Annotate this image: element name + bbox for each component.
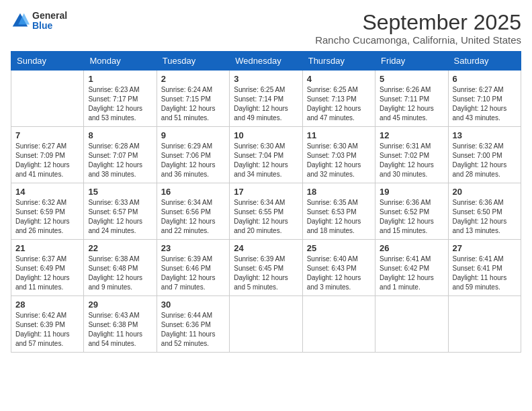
day-info: Sunrise: 6:31 AM Sunset: 7:02 PM Dayligh… xyxy=(380,142,443,179)
day-info: Sunrise: 6:30 AM Sunset: 7:03 PM Dayligh… xyxy=(307,142,371,179)
day-number: 10 xyxy=(234,130,298,140)
day-number: 24 xyxy=(234,243,298,253)
logo: General Blue xyxy=(11,11,67,32)
title-section: September 2025 Rancho Cucamonga, Califor… xyxy=(315,11,521,46)
calendar-cell: 11Sunrise: 6:30 AM Sunset: 7:03 PM Dayli… xyxy=(302,127,375,183)
calendar-cell: 5Sunrise: 6:26 AM Sunset: 7:11 PM Daylig… xyxy=(375,71,448,127)
day-info: Sunrise: 6:34 AM Sunset: 6:55 PM Dayligh… xyxy=(234,198,298,236)
calendar-cell: 21Sunrise: 6:37 AM Sunset: 6:49 PM Dayli… xyxy=(11,240,84,296)
day-info: Sunrise: 6:24 AM Sunset: 7:15 PM Dayligh… xyxy=(161,85,225,123)
calendar-cell: 12Sunrise: 6:31 AM Sunset: 7:02 PM Dayli… xyxy=(375,127,448,183)
day-number: 4 xyxy=(307,74,371,84)
logo-icon xyxy=(11,11,30,30)
day-info: Sunrise: 6:41 AM Sunset: 6:42 PM Dayligh… xyxy=(380,255,443,292)
calendar-cell xyxy=(448,296,521,353)
calendar-cell: 27Sunrise: 6:41 AM Sunset: 6:41 PM Dayli… xyxy=(448,240,521,296)
calendar-cell: 9Sunrise: 6:29 AM Sunset: 7:06 PM Daylig… xyxy=(157,127,229,183)
calendar-cell: 7Sunrise: 6:27 AM Sunset: 7:09 PM Daylig… xyxy=(11,127,84,183)
calendar-cell: 23Sunrise: 6:39 AM Sunset: 6:46 PM Dayli… xyxy=(157,240,229,296)
day-info: Sunrise: 6:37 AM Sunset: 6:49 PM Dayligh… xyxy=(15,255,79,292)
calendar-cell xyxy=(302,296,375,353)
calendar-cell: 8Sunrise: 6:28 AM Sunset: 7:07 PM Daylig… xyxy=(84,127,157,183)
calendar-cell: 28Sunrise: 6:42 AM Sunset: 6:39 PM Dayli… xyxy=(11,296,84,353)
logo-blue-text: Blue xyxy=(32,21,67,31)
day-number: 27 xyxy=(453,243,517,253)
day-info: Sunrise: 6:44 AM Sunset: 6:36 PM Dayligh… xyxy=(161,311,225,349)
day-number: 1 xyxy=(88,74,152,84)
day-info: Sunrise: 6:25 AM Sunset: 7:13 PM Dayligh… xyxy=(307,85,371,123)
weekday-header-thursday: Thursday xyxy=(302,52,375,71)
calendar-cell: 13Sunrise: 6:32 AM Sunset: 7:00 PM Dayli… xyxy=(448,127,521,183)
calendar-week-row: 7Sunrise: 6:27 AM Sunset: 7:09 PM Daylig… xyxy=(11,127,521,183)
calendar-cell: 16Sunrise: 6:34 AM Sunset: 6:56 PM Dayli… xyxy=(157,183,229,240)
day-info: Sunrise: 6:26 AM Sunset: 7:11 PM Dayligh… xyxy=(380,85,443,123)
day-info: Sunrise: 6:33 AM Sunset: 6:57 PM Dayligh… xyxy=(88,198,152,236)
day-info: Sunrise: 6:40 AM Sunset: 6:43 PM Dayligh… xyxy=(307,255,371,292)
day-info: Sunrise: 6:39 AM Sunset: 6:46 PM Dayligh… xyxy=(161,255,225,292)
day-number: 9 xyxy=(161,130,225,140)
calendar-cell: 24Sunrise: 6:39 AM Sunset: 6:45 PM Dayli… xyxy=(230,240,302,296)
calendar-cell xyxy=(230,296,302,353)
day-number: 12 xyxy=(380,130,443,140)
calendar-cell xyxy=(11,71,84,127)
calendar-cell: 18Sunrise: 6:35 AM Sunset: 6:53 PM Dayli… xyxy=(302,183,375,240)
calendar-cell: 14Sunrise: 6:32 AM Sunset: 6:59 PM Dayli… xyxy=(11,183,84,240)
calendar-cell: 29Sunrise: 6:43 AM Sunset: 6:38 PM Dayli… xyxy=(84,296,157,353)
day-number: 18 xyxy=(307,187,371,197)
calendar-cell: 3Sunrise: 6:25 AM Sunset: 7:14 PM Daylig… xyxy=(230,71,302,127)
day-number: 21 xyxy=(15,243,79,253)
day-number: 23 xyxy=(161,243,225,253)
calendar-cell: 20Sunrise: 6:36 AM Sunset: 6:50 PM Dayli… xyxy=(448,183,521,240)
day-number: 25 xyxy=(307,243,371,253)
day-info: Sunrise: 6:39 AM Sunset: 6:45 PM Dayligh… xyxy=(234,255,298,292)
day-number: 7 xyxy=(15,130,79,140)
day-info: Sunrise: 6:42 AM Sunset: 6:39 PM Dayligh… xyxy=(15,311,79,349)
weekday-header-saturday: Saturday xyxy=(448,52,521,71)
day-number: 6 xyxy=(453,74,517,84)
day-number: 22 xyxy=(88,243,152,253)
calendar-cell: 15Sunrise: 6:33 AM Sunset: 6:57 PM Dayli… xyxy=(84,183,157,240)
calendar-week-row: 14Sunrise: 6:32 AM Sunset: 6:59 PM Dayli… xyxy=(11,183,521,240)
weekday-header-tuesday: Tuesday xyxy=(157,52,229,71)
day-number: 28 xyxy=(15,300,79,310)
weekday-header-sunday: Sunday xyxy=(11,52,84,71)
calendar-cell: 26Sunrise: 6:41 AM Sunset: 6:42 PM Dayli… xyxy=(375,240,448,296)
calendar-cell: 22Sunrise: 6:38 AM Sunset: 6:48 PM Dayli… xyxy=(84,240,157,296)
day-number: 15 xyxy=(88,187,152,197)
calendar-cell: 6Sunrise: 6:27 AM Sunset: 7:10 PM Daylig… xyxy=(448,71,521,127)
calendar-cell: 2Sunrise: 6:24 AM Sunset: 7:15 PM Daylig… xyxy=(157,71,229,127)
day-info: Sunrise: 6:43 AM Sunset: 6:38 PM Dayligh… xyxy=(88,311,152,349)
day-number: 3 xyxy=(234,74,298,84)
day-number: 29 xyxy=(88,300,152,310)
day-number: 2 xyxy=(161,74,225,84)
calendar-cell xyxy=(375,296,448,353)
day-number: 19 xyxy=(380,187,443,197)
day-info: Sunrise: 6:29 AM Sunset: 7:06 PM Dayligh… xyxy=(161,142,225,179)
calendar-subtitle: Rancho Cucamonga, California, United Sta… xyxy=(315,34,521,46)
logo-text: General Blue xyxy=(32,11,67,32)
day-number: 17 xyxy=(234,187,298,197)
calendar-cell: 1Sunrise: 6:23 AM Sunset: 7:17 PM Daylig… xyxy=(84,71,157,127)
day-number: 11 xyxy=(307,130,371,140)
day-info: Sunrise: 6:41 AM Sunset: 6:41 PM Dayligh… xyxy=(453,255,517,292)
day-info: Sunrise: 6:34 AM Sunset: 6:56 PM Dayligh… xyxy=(161,198,225,236)
day-info: Sunrise: 6:35 AM Sunset: 6:53 PM Dayligh… xyxy=(307,198,371,236)
day-number: 30 xyxy=(161,300,225,310)
day-info: Sunrise: 6:30 AM Sunset: 7:04 PM Dayligh… xyxy=(234,142,298,179)
weekday-header-wednesday: Wednesday xyxy=(230,52,302,71)
day-info: Sunrise: 6:23 AM Sunset: 7:17 PM Dayligh… xyxy=(88,85,152,123)
day-info: Sunrise: 6:25 AM Sunset: 7:14 PM Dayligh… xyxy=(234,85,298,123)
calendar-cell: 25Sunrise: 6:40 AM Sunset: 6:43 PM Dayli… xyxy=(302,240,375,296)
calendar-table: SundayMondayTuesdayWednesdayThursdayFrid… xyxy=(11,51,521,353)
header: General Blue September 2025 Rancho Cucam… xyxy=(11,11,521,46)
day-info: Sunrise: 6:36 AM Sunset: 6:50 PM Dayligh… xyxy=(453,198,517,236)
day-number: 5 xyxy=(380,74,443,84)
weekday-header-friday: Friday xyxy=(375,52,448,71)
calendar-cell: 19Sunrise: 6:36 AM Sunset: 6:52 PM Dayli… xyxy=(375,183,448,240)
calendar-cell: 30Sunrise: 6:44 AM Sunset: 6:36 PM Dayli… xyxy=(157,296,229,353)
day-info: Sunrise: 6:27 AM Sunset: 7:09 PM Dayligh… xyxy=(15,142,79,179)
day-info: Sunrise: 6:38 AM Sunset: 6:48 PM Dayligh… xyxy=(88,255,152,292)
calendar-week-row: 1Sunrise: 6:23 AM Sunset: 7:17 PM Daylig… xyxy=(11,71,521,127)
day-number: 20 xyxy=(453,187,517,197)
calendar-cell: 10Sunrise: 6:30 AM Sunset: 7:04 PM Dayli… xyxy=(230,127,302,183)
